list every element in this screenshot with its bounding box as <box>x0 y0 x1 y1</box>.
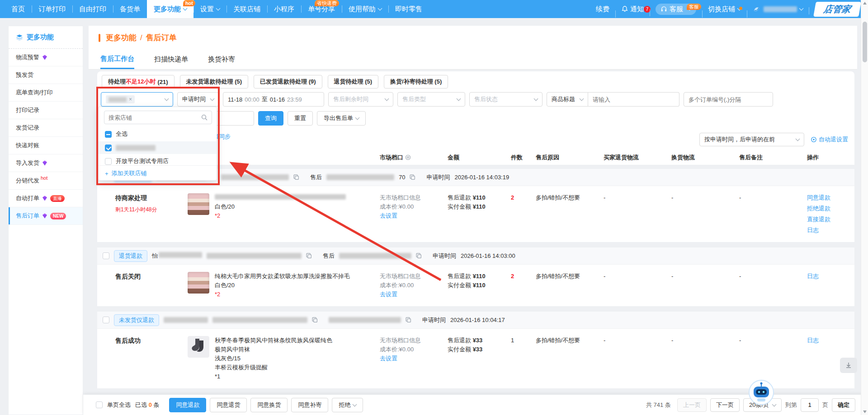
scroll-down-arrow-icon[interactable] <box>863 410 867 413</box>
scrollbar-thumb[interactable] <box>863 22 867 62</box>
chip-pending-12h[interactable]: 待处理不足12小时(21) <box>102 75 175 89</box>
reject-dropdown-button[interactable]: 拒绝 <box>332 398 363 412</box>
log-link[interactable]: 日志 <box>807 272 819 281</box>
reset-button[interactable]: 重置 <box>288 111 313 126</box>
nav-linked-stores[interactable]: 关联店铺 <box>226 0 267 18</box>
prev-page-button[interactable]: 上一页 <box>677 398 707 412</box>
chip-unshipped-refund[interactable]: 未发货退款待处理 (5) <box>180 75 249 89</box>
row-checkbox[interactable] <box>103 252 109 259</box>
close-icon[interactable]: × <box>129 96 132 103</box>
scroll-up-arrow-icon[interactable] <box>863 2 867 5</box>
sidebar-item-label: 发货记录 <box>16 124 39 132</box>
sidebar-item-aftersale-orders[interactable]: 售后订单 NEW <box>9 207 83 225</box>
nav-order-print-label: 订单打印 <box>38 5 66 14</box>
goto-confirm-button[interactable]: 确定 <box>832 398 855 412</box>
sidebar-item-import-shipping[interactable]: 导入发货 <box>9 154 83 172</box>
notifications-button[interactable]: 通知 7 <box>615 5 650 14</box>
switch-store-button[interactable]: 切换店铺 <box>702 5 747 14</box>
indeterminate-checkbox[interactable] <box>105 131 112 138</box>
date-range-picker[interactable]: 11-18 00:00 至 01-16 23:59 <box>223 92 324 107</box>
store-search-input[interactable] <box>108 114 198 121</box>
remaining-time-select[interactable]: 售后剩余时间 <box>328 92 393 107</box>
checked-checkbox[interactable] <box>105 145 112 151</box>
copy-icon[interactable] <box>410 174 415 180</box>
nav-help[interactable]: 使用帮助 <box>342 0 388 18</box>
aftersale-status-select[interactable]: 售后状态 <box>469 92 542 107</box>
nav-more-features[interactable]: 更多功能 hot <box>147 0 193 18</box>
agree-return-button[interactable]: 同意退货 <box>210 398 247 412</box>
tab-aftersale-workbench[interactable]: 售后工作台 <box>100 50 134 69</box>
tab-scan-express[interactable]: 扫描快递单 <box>154 50 188 69</box>
log-link[interactable]: 日志 <box>807 336 819 345</box>
product-image[interactable] <box>188 336 209 358</box>
market-info-icon[interactable] <box>405 154 411 160</box>
query-button[interactable]: 查询 <box>258 111 283 126</box>
nav-mini-program[interactable]: 小程序 <box>267 0 301 18</box>
nav-order-print[interactable]: 订单打印 <box>32 0 72 18</box>
header-label: 换货物流 <box>671 154 695 162</box>
reject-refund-link[interactable]: 拒绝退款 <box>807 204 830 213</box>
breadcrumb-section: 更多功能 <box>106 33 137 42</box>
tab-exchange-resend[interactable]: 换货补寄 <box>208 50 235 69</box>
sidebar-item-pre-shipment[interactable]: 预发货 <box>9 66 83 84</box>
add-linked-store-link[interactable]: + 添加关联店铺 <box>99 165 217 177</box>
copy-icon[interactable] <box>416 253 422 259</box>
nav-settings[interactable]: 设置 <box>193 0 226 18</box>
copy-icon[interactable] <box>406 317 411 323</box>
store-multiselect[interactable]: × <box>101 92 173 107</box>
chip-shipped-refund[interactable]: 已发货退款待处理 (9) <box>254 75 322 89</box>
nav-instant-retail[interactable]: 即时零售 <box>388 0 429 18</box>
market-setup-link[interactable]: 去设置 <box>380 212 397 219</box>
title-search-input[interactable] <box>588 92 679 107</box>
agree-resend-button[interactable]: 同意补寄 <box>291 398 328 412</box>
sidebar-item-print-history[interactable]: 打印记录 <box>9 102 83 119</box>
nav-home[interactable]: 首页 <box>5 0 32 18</box>
market-setup-link[interactable]: 去设置 <box>380 291 397 298</box>
copy-icon[interactable] <box>306 253 312 259</box>
store-option-select-all[interactable]: 全选 <box>99 128 217 140</box>
product-image[interactable] <box>188 193 209 215</box>
sidebar-item-shipping-history[interactable]: 发货记录 <box>9 119 83 137</box>
order-group: 退货退款 怡 售后 申请时间 2026-01-16 14:03:00 售后关闭 <box>97 247 854 306</box>
nav-tracking-share[interactable]: 单号分享 省快递费 <box>301 0 342 18</box>
sidebar-item-receipt-query[interactable]: 底单查询/打印 <box>9 84 83 102</box>
nav-stock-list[interactable]: 备货单 <box>113 0 147 18</box>
product-image[interactable] <box>188 272 209 294</box>
copy-icon[interactable] <box>312 317 318 323</box>
renew-button[interactable]: 续费 <box>590 5 615 14</box>
auto-refund-settings-link[interactable]: 自动退设置 <box>811 135 848 144</box>
sidebar-item-express-reconciliation[interactable]: 快递对账 <box>9 137 83 154</box>
goto-page-input[interactable] <box>801 398 819 412</box>
log-link[interactable]: 日志 <box>807 226 819 235</box>
aftersale-type-select[interactable]: 售后类型 <box>397 92 465 107</box>
agree-refund-link[interactable]: 同意退款 <box>807 193 830 202</box>
remark-cell: - <box>739 334 807 345</box>
agree-refund-button[interactable]: 同意退款 <box>169 398 206 412</box>
time-type-select[interactable]: 申请时间 <box>177 92 219 107</box>
title-field-select[interactable]: 商品标题 <box>547 92 588 107</box>
store-option-current[interactable] <box>99 141 217 154</box>
reason-cell: 多拍/错拍/不想要 <box>536 270 604 281</box>
chip-return-pending[interactable]: 退货待处理 (5) <box>328 75 379 89</box>
sort-order-select[interactable]: 按申请时间，后申请的在前 <box>699 133 804 146</box>
order-ids-input[interactable] <box>684 92 773 107</box>
agree-exchange-button[interactable]: 同意换货 <box>250 398 288 412</box>
account-menu[interactable] <box>747 5 809 13</box>
export-button[interactable]: 导出售后单 <box>317 111 366 126</box>
direct-refund-link[interactable]: 直接退款 <box>807 215 830 224</box>
sidebar-item-distribution[interactable]: 分销代发 hot <box>9 172 83 190</box>
row-checkbox[interactable] <box>103 317 109 323</box>
chip-exchange-pending[interactable]: 换货/补寄待处理 (5) <box>384 75 448 89</box>
customer-service-button[interactable]: 客服 客服 <box>650 4 702 15</box>
copy-icon[interactable] <box>293 174 299 180</box>
unchecked-checkbox[interactable] <box>105 158 112 165</box>
next-page-button[interactable]: 下一页 <box>710 398 740 412</box>
select-all-checkbox[interactable] <box>96 401 103 408</box>
download-float-button[interactable] <box>840 358 857 373</box>
assistant-robot-button[interactable] <box>748 379 774 406</box>
select-all-label: 单页全选 <box>107 401 131 409</box>
sidebar-item-logistics-warning[interactable]: 物流预警 <box>9 49 83 66</box>
sidebar-item-auto-print[interactable]: 自动打单 直播 <box>9 190 83 207</box>
nav-free-print[interactable]: 自由打印 <box>72 0 113 18</box>
market-setup-link[interactable]: 去设置 <box>380 355 397 362</box>
